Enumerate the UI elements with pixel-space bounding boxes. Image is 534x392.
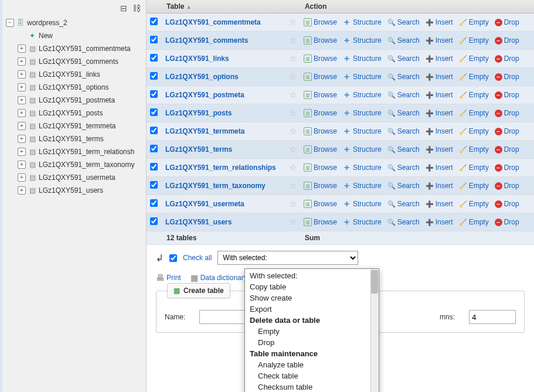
insert-link[interactable]: ➕Insert [426,54,453,63]
empty-link[interactable]: 🧹Empty [459,109,489,117]
drop-link[interactable]: −Drop [495,36,519,45]
create-table-header[interactable]: ▦ Create table [167,283,230,298]
favorite-star-icon[interactable]: ☆ [289,162,297,172]
dropdown-scrollbar[interactable] [370,269,379,392]
new-label[interactable]: New [39,32,53,40]
browse-link[interactable]: ▥Browse [304,145,337,154]
table-name-link[interactable]: LGz1QXY591_comments [165,36,248,45]
tree-table-label[interactable]: LGz1QXY591_posts [39,109,103,117]
collapse-all-icon[interactable]: ⊟ [119,4,128,13]
favorite-star-icon[interactable]: ☆ [289,90,297,100]
with-selected-menu[interactable]: With selected:Copy tableShow createExpor… [244,268,379,392]
drop-link[interactable]: −Drop [495,145,519,154]
tree-table-node[interactable]: +▤LGz1QXY591_options [18,81,146,94]
browse-link[interactable]: ▥Browse [304,36,337,45]
drop-link[interactable]: −Drop [495,18,519,26]
insert-link[interactable]: ➕Insert [426,145,453,154]
expand-toggle-icon[interactable]: + [18,186,26,195]
empty-link[interactable]: 🧹Empty [459,163,489,172]
tree-table-label[interactable]: LGz1QXY591_postmeta [39,96,115,104]
structure-link[interactable]: ✚Structure [343,109,382,117]
dropdown-option[interactable]: Export [245,304,379,315]
expand-toggle-icon[interactable]: + [18,135,26,143]
row-checkbox[interactable] [150,163,158,171]
expand-toggle-icon[interactable]: + [18,161,26,169]
drop-link[interactable]: −Drop [495,91,519,99]
structure-link[interactable]: ✚Structure [343,163,382,172]
table-name-link[interactable]: LGz1QXY591_links [165,54,229,63]
table-name-link[interactable]: LGz1QXY591_postmeta [165,91,244,99]
tree-table-label[interactable]: LGz1QXY591_term_taxonomy [39,161,134,169]
empty-link[interactable]: 🧹Empty [459,182,489,190]
browse-link[interactable]: ▥Browse [304,163,337,172]
browse-link[interactable]: ▥Browse [304,200,337,208]
browse-link[interactable]: ▥Browse [304,127,337,135]
link-icon[interactable]: ⛓ [132,4,141,13]
table-columns-icon[interactable]: ▤ [28,109,37,117]
empty-link[interactable]: 🧹Empty [459,73,489,81]
tree-database-node[interactable]: − 🗄 wordpress_2 [4,16,146,29]
expand-toggle-icon[interactable]: + [18,122,26,130]
tree-table-label[interactable]: LGz1QXY591_termmeta [39,122,115,130]
favorite-star-icon[interactable]: ☆ [289,180,297,190]
table-columns-icon[interactable]: ▤ [28,96,37,104]
row-checkbox[interactable] [150,36,158,43]
tree-table-label[interactable]: LGz1QXY591_links [39,70,100,79]
drop-link[interactable]: −Drop [495,127,519,135]
browse-link[interactable]: ▥Browse [304,182,337,190]
drop-link[interactable]: −Drop [495,54,519,63]
collapse-toggle-icon[interactable]: − [6,19,14,27]
expand-toggle-icon[interactable]: + [18,96,26,104]
create-columns-input[interactable] [469,310,516,324]
row-checkbox[interactable] [150,108,158,116]
table-columns-icon[interactable]: ▤ [28,173,37,182]
tree-table-label[interactable]: LGz1QXY591_commentmeta [39,45,131,53]
structure-link[interactable]: ✚Structure [343,145,382,154]
table-name-link[interactable]: LGz1QXY591_posts [165,109,232,117]
table-name-link[interactable]: LGz1QXY591_usermeta [165,200,244,208]
browse-link[interactable]: ▥Browse [304,18,337,26]
browse-link[interactable]: ▥Browse [304,54,337,63]
tree-table-node[interactable]: +▤LGz1QXY591_users [18,184,146,197]
row-checkbox[interactable] [150,18,158,25]
drop-link[interactable]: −Drop [495,218,519,226]
table-name-link[interactable]: LGz1QXY591_commentmeta [165,18,261,26]
favorite-star-icon[interactable]: ☆ [289,35,297,45]
tree-table-node[interactable]: +▤LGz1QXY591_usermeta [18,171,146,184]
check-all-checkbox[interactable] [169,254,177,262]
structure-link[interactable]: ✚Structure [343,54,382,63]
search-link[interactable]: 🔍Search [387,36,420,45]
tree-table-label[interactable]: LGz1QXY591_options [39,83,108,91]
insert-link[interactable]: ➕Insert [426,218,453,226]
data-dictionary-link[interactable]: ▦ Data dictionary [191,273,247,282]
insert-link[interactable]: ➕Insert [426,182,453,190]
insert-link[interactable]: ➕Insert [426,163,453,172]
insert-link[interactable]: ➕Insert [426,91,453,99]
browse-link[interactable]: ▥Browse [304,218,337,226]
database-label[interactable]: wordpress_2 [27,19,67,27]
table-columns-icon[interactable]: ▤ [28,122,37,130]
structure-link[interactable]: ✚Structure [343,200,382,208]
drop-link[interactable]: −Drop [495,109,519,117]
search-link[interactable]: 🔍Search [387,145,420,154]
row-checkbox[interactable] [150,181,158,189]
table-columns-icon[interactable]: ▤ [28,186,37,195]
drop-link[interactable]: −Drop [495,73,519,81]
empty-link[interactable]: 🧹Empty [459,54,489,63]
with-selected-dropdown[interactable]: With selected: [217,251,358,265]
tree-table-label[interactable]: LGz1QXY591_comments [39,57,118,66]
favorite-star-icon[interactable]: ☆ [289,199,297,209]
empty-link[interactable]: 🧹Empty [459,18,489,26]
expand-toggle-icon[interactable]: + [18,148,26,156]
empty-link[interactable]: 🧹Empty [459,200,489,208]
table-name-link[interactable]: LGz1QXY591_terms [165,145,232,154]
favorite-star-icon[interactable]: ☆ [289,108,297,118]
table-name-link[interactable]: LGz1QXY591_term_taxonomy [165,182,266,190]
expand-toggle-icon[interactable]: + [18,83,26,91]
row-checkbox[interactable] [150,127,158,134]
expand-toggle-icon[interactable]: + [18,173,26,182]
table-columns-icon[interactable]: ▤ [28,70,37,79]
row-checkbox[interactable] [150,145,158,152]
check-all-link[interactable]: Check all [183,254,212,262]
insert-link[interactable]: ➕Insert [426,18,453,26]
